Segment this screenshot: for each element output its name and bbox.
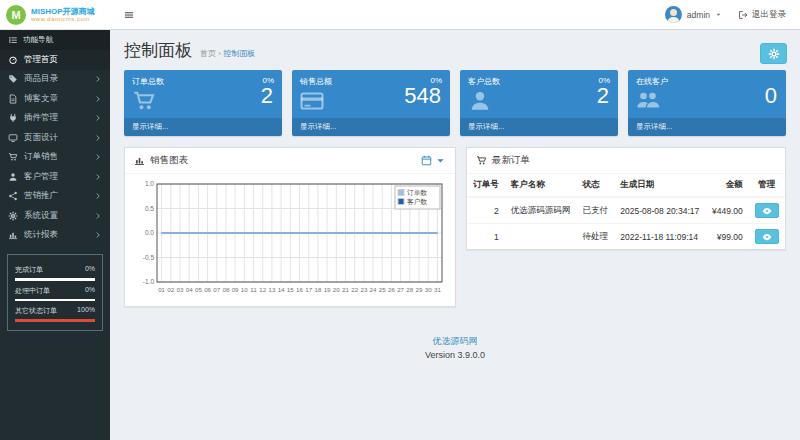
svg-text:16: 16 — [296, 286, 303, 293]
order-no: 1 — [467, 224, 505, 250]
orders-column-header: 客户名称 — [505, 174, 577, 197]
logout-label: 退出登录 — [752, 9, 786, 21]
chevron-right-icon — [94, 231, 102, 239]
logout-button[interactable]: 退出登录 — [738, 9, 786, 21]
order-customer — [505, 224, 577, 250]
stat-more-link[interactable]: 显示详细... — [460, 118, 618, 136]
latest-orders-panel: 最新订单 订单号客户名称状态生成日期金额管理 2优选源码源码网已支付2025-0… — [466, 147, 786, 250]
eye-icon — [762, 232, 772, 242]
sidebar-toggle-button[interactable] — [110, 0, 148, 29]
sidebar-item-label: 系统设置 — [24, 210, 58, 222]
chevron-right-icon — [94, 114, 102, 122]
orders-column-header: 金额 — [706, 174, 749, 197]
svg-text:20: 20 — [333, 286, 340, 293]
logo-title: MISHOP开源商城 — [31, 7, 95, 16]
orders-column-header: 订单号 — [467, 174, 505, 197]
svg-text:30: 30 — [425, 286, 432, 293]
orders-column-header: 管理 — [749, 174, 785, 197]
chevron-right-icon — [94, 153, 102, 161]
svg-text:客户数: 客户数 — [407, 198, 428, 206]
svg-text:05: 05 — [195, 286, 202, 293]
svg-text:0.0: 0.0 — [145, 229, 154, 236]
breadcrumb: 首页 › 控制面板 — [200, 48, 255, 59]
progress-label: 完成订单 — [15, 265, 43, 275]
sales-chart: 1.00.50.0-0.5-1.001020304050607080910111… — [125, 174, 455, 306]
sidebar-item[interactable]: 页面设计 — [0, 128, 110, 148]
svg-text:-0.5: -0.5 — [143, 254, 155, 261]
orders-table-header-row: 订单号客户名称状态生成日期金额管理 — [467, 174, 785, 197]
sidebar-item[interactable]: 营销推广 — [0, 187, 110, 207]
user-menu[interactable]: admin — [665, 6, 722, 23]
orders-table: 订单号客户名称状态生成日期金额管理 2优选源码源码网已支付2025-08-08 … — [467, 174, 785, 249]
order-amount: ¥99.00 — [706, 224, 749, 250]
svg-text:07: 07 — [213, 286, 220, 293]
order-date: 2022-11-18 11:09:14 — [614, 224, 705, 250]
cart-icon — [476, 155, 487, 166]
sidebar-order-progress: 完成订单0%处理中订单0%其它状态订单100% — [7, 254, 103, 331]
view-order-button[interactable] — [755, 203, 779, 218]
sidebar-item[interactable]: 管理首页 — [0, 50, 110, 70]
sidebar-item[interactable]: 插件管理 — [0, 109, 110, 129]
order-progress-item: 处理中订单0% — [15, 286, 95, 302]
bar-chart-icon — [134, 155, 145, 166]
settings-button[interactable] — [760, 43, 787, 64]
chevron-right-icon — [94, 95, 102, 103]
sidebar-item[interactable]: 订单销售 — [0, 148, 110, 168]
user-icon — [468, 89, 492, 113]
progress-value: 100% — [77, 306, 95, 316]
breadcrumb-current[interactable]: 控制面板 — [223, 49, 255, 58]
list-icon — [8, 35, 18, 45]
chevron-right-icon — [94, 134, 102, 142]
order-row: 2优选源码源码网已支付2025-08-08 20:34:17¥449.00 — [467, 197, 785, 224]
topbar: admin 退出登录 — [110, 0, 800, 30]
caret-down-icon — [435, 155, 446, 166]
progress-bar — [15, 319, 95, 322]
svg-text:01: 01 — [158, 286, 165, 293]
order-amount: ¥449.00 — [706, 197, 749, 224]
sidebar-item[interactable]: 客户管理 — [0, 167, 110, 187]
svg-text:1.0: 1.0 — [145, 180, 154, 187]
main-area: admin 退出登录 控制面板 首页 › 控制面板 订单总数0%2显示详细.. — [110, 0, 800, 440]
svg-text:13: 13 — [268, 286, 275, 293]
stat-more-link[interactable]: 显示详细... — [628, 118, 786, 136]
svg-text:09: 09 — [232, 286, 239, 293]
sidebar-item[interactable]: 统计报表 — [0, 226, 110, 246]
stat-card: 订单总数0%2显示详细... — [124, 70, 282, 136]
share-icon — [8, 191, 18, 201]
progress-bar — [15, 299, 95, 302]
sidebar-item-label: 管理首页 — [24, 54, 58, 66]
footer-link[interactable]: 优选源码网 — [124, 335, 786, 348]
date-range-button[interactable] — [421, 155, 446, 166]
svg-text:23: 23 — [360, 286, 367, 293]
sidebar: M MISHOP开源商城 www.damicms.com 功能导航 管理首页商品… — [0, 0, 110, 440]
breadcrumb-home[interactable]: 首页 — [200, 49, 216, 58]
orders-column-header: 生成日期 — [614, 174, 705, 197]
svg-text:25: 25 — [379, 286, 386, 293]
sidebar-item[interactable]: 系统设置 — [0, 206, 110, 226]
svg-text:15: 15 — [287, 286, 294, 293]
sidebar-item[interactable]: 博客文章 — [0, 89, 110, 109]
svg-text:12: 12 — [259, 286, 266, 293]
monitor-icon — [8, 133, 18, 143]
svg-text:0.5: 0.5 — [145, 205, 154, 212]
svg-text:11: 11 — [250, 286, 257, 293]
logo[interactable]: M MISHOP开源商城 www.damicms.com — [0, 0, 110, 30]
chevron-right-icon — [94, 173, 102, 181]
sidebar-menu: 管理首页商品目录博客文章插件管理页面设计订单销售客户管理营销推广系统设置统计报表 — [0, 50, 110, 245]
stat-more-link[interactable]: 显示详细... — [124, 118, 282, 136]
svg-text:29: 29 — [416, 286, 423, 293]
view-order-button[interactable] — [755, 229, 779, 244]
chevron-right-icon — [94, 192, 102, 200]
svg-text:24: 24 — [370, 286, 377, 293]
order-date: 2025-08-08 20:34:17 — [614, 197, 705, 224]
stat-value: 548 — [404, 83, 441, 109]
stat-more-link[interactable]: 显示详细... — [292, 118, 450, 136]
sidebar-item[interactable]: 商品目录 — [0, 70, 110, 90]
svg-text:18: 18 — [314, 286, 321, 293]
order-no: 2 — [467, 197, 505, 224]
progress-value: 0% — [85, 286, 95, 296]
cart-icon — [132, 89, 156, 113]
sidebar-item-label: 统计报表 — [24, 229, 58, 241]
chevron-right-icon — [94, 75, 102, 83]
content: 控制面板 首页 › 控制面板 订单总数0%2显示详细...销售总额0%548显示… — [110, 30, 800, 440]
